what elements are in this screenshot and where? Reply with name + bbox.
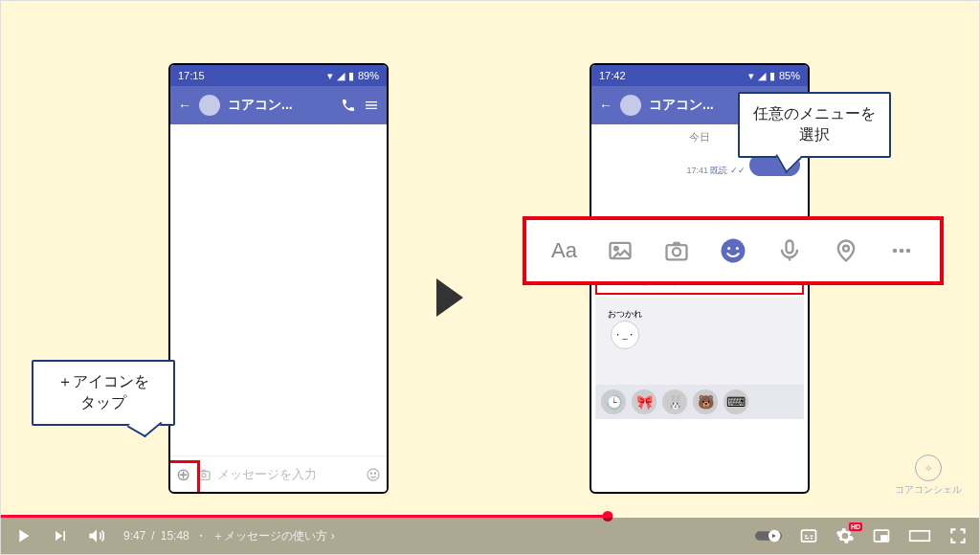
total-time: 15:48 — [161, 529, 189, 543]
check-icon: ✓✓ — [730, 166, 746, 175]
image-icon[interactable] — [601, 232, 639, 270]
avatar[interactable] — [199, 95, 220, 116]
sticker-tabs: 🕒 🎀 🐰 🐻 ⌨ — [595, 385, 804, 419]
attachment-menu-enlarged: Aa — [523, 216, 944, 285]
signal-icon: ◢ — [758, 70, 766, 82]
emoji-icon[interactable] — [366, 467, 381, 482]
chapter-button[interactable]: ＋メッセージの使い方 › — [212, 528, 335, 544]
svg-point-8 — [673, 248, 680, 255]
current-time: 9:47 — [123, 529, 145, 543]
menu-icon[interactable] — [364, 98, 379, 113]
svg-point-15 — [900, 249, 904, 254]
svg-point-9 — [721, 239, 745, 263]
app-bar: ← コアコン... — [170, 86, 387, 124]
chat-body-empty — [170, 124, 387, 455]
status-right: ▾ ◢ ▮ 85% — [748, 70, 800, 82]
time-display: 9:47 / 15:48 ・ ＋メッセージの使い方 › — [123, 528, 335, 544]
sticker-tab-1[interactable]: 🎀 — [632, 389, 657, 414]
next-button[interactable] — [51, 526, 70, 545]
svg-rect-19 — [802, 530, 816, 542]
watermark-icon: ✧ — [915, 455, 942, 481]
status-bar: 17:42 ▾ ◢ ▮ 85% — [591, 65, 808, 86]
battery-icon: ▮ — [348, 70, 354, 82]
avatar[interactable] — [620, 95, 641, 116]
status-time: 17:42 — [599, 70, 626, 81]
callout-plus-icon: ＋アイコンを タップ — [32, 360, 175, 426]
message-meta: 17:41 既読 ✓✓ — [686, 166, 746, 176]
svg-point-4 — [374, 473, 375, 474]
status-time: 17:15 — [178, 70, 205, 81]
callout-tail — [127, 412, 163, 437]
mic-icon[interactable] — [770, 232, 809, 270]
read-status: 既読 — [710, 166, 727, 175]
sticker-tab-clock-icon[interactable]: 🕒 — [601, 389, 626, 414]
back-icon[interactable]: ← — [178, 98, 191, 113]
captions-button[interactable] — [799, 526, 818, 545]
theater-button[interactable] — [908, 526, 931, 545]
callout-select-menu: 任意のメニューを 選択 — [738, 92, 891, 158]
sticker-tab-keyboard-icon[interactable]: ⌨ — [724, 389, 748, 414]
time-sep: / — [151, 529, 154, 543]
svg-point-11 — [736, 247, 739, 250]
status-right: ▾ ◢ ▮ 89% — [327, 70, 379, 82]
callout-text: ＋アイコンを タップ — [57, 373, 149, 411]
svg-rect-12 — [786, 241, 792, 254]
battery-icon: ▮ — [769, 70, 775, 82]
player-controls: 9:47 / 15:48 ・ ＋メッセージの使い方 › HD — [1, 518, 979, 554]
svg-point-3 — [370, 473, 371, 474]
message-time: 17:41 — [686, 166, 708, 175]
svg-point-16 — [906, 249, 911, 254]
play-button[interactable] — [12, 525, 33, 546]
sticker-caption: おつかれ — [608, 308, 642, 321]
message-input-bar: ⊕ メッセージを入力 — [170, 455, 387, 492]
watermark-text: コアコンシェル — [895, 484, 962, 495]
message-placeholder[interactable]: メッセージを入力 — [217, 466, 360, 483]
chat-body: 今日 17:41 既読 ✓✓ Aa ▢ ◎ ☺ ⌂ ⟟ — [591, 124, 808, 455]
fullscreen-button[interactable] — [948, 526, 968, 545]
volume-button[interactable] — [87, 526, 106, 545]
phone-before: 17:15 ▾ ◢ ▮ 89% ← コアコン... — [168, 63, 389, 494]
sticker-tab-2[interactable]: 🐰 — [662, 389, 687, 414]
arrow-right-icon — [436, 278, 463, 317]
signal-icon: ◢ — [337, 70, 345, 82]
svg-point-2 — [368, 469, 379, 480]
plus-icon[interactable]: ⊕ — [176, 464, 190, 485]
settings-button[interactable]: HD — [835, 526, 855, 545]
back-icon[interactable]: ← — [599, 98, 612, 113]
svg-rect-21 — [881, 536, 887, 540]
miniplayer-button[interactable] — [872, 526, 891, 545]
autoplay-toggle[interactable] — [755, 528, 782, 544]
svg-point-14 — [893, 249, 898, 254]
video-player-frame: 17:15 ▾ ◢ ▮ 89% ← コアコン... — [0, 0, 980, 555]
chapter-sep: ・ — [195, 528, 207, 544]
camera-icon[interactable] — [196, 467, 212, 482]
battery-text: 89% — [358, 70, 379, 81]
svg-point-13 — [843, 246, 849, 252]
sticker-tab-3[interactable]: 🐻 — [693, 389, 718, 414]
camera-icon[interactable] — [657, 232, 696, 270]
svg-point-6 — [614, 247, 618, 251]
call-icon[interactable] — [341, 98, 356, 113]
status-bar: 17:15 ▾ ◢ ▮ 89% — [170, 65, 387, 86]
chat-title: コアコン... — [228, 97, 333, 114]
svg-point-1 — [202, 473, 206, 477]
callout-text: 任意のメニューを 選択 — [753, 105, 876, 143]
svg-rect-22 — [910, 531, 930, 541]
channel-watermark[interactable]: ✧ コアコンシェル — [895, 455, 962, 497]
sticker-icon[interactable] — [714, 232, 752, 270]
more-icon[interactable] — [882, 232, 921, 270]
battery-text: 85% — [779, 70, 800, 81]
sticker-panel: おつかれ ・_・ 🕒 🎀 🐰 🐻 ⌨ — [595, 297, 804, 419]
svg-rect-0 — [198, 471, 210, 479]
text-format-icon[interactable]: Aa — [545, 232, 583, 270]
svg-point-10 — [727, 247, 730, 250]
sticker-item[interactable]: おつかれ ・_・ — [601, 302, 649, 355]
vibrate-icon: ▾ — [748, 70, 754, 82]
sticker-face-icon: ・_・ — [611, 321, 639, 349]
hd-badge: HD — [849, 522, 862, 531]
chevron-right-icon: › — [331, 529, 335, 543]
chapter-title: ＋メッセージの使い方 — [212, 528, 327, 544]
location-icon[interactable] — [827, 232, 865, 270]
vibrate-icon: ▾ — [327, 70, 333, 82]
video-content: 17:15 ▾ ◢ ▮ 89% ← コアコン... — [1, 1, 979, 554]
